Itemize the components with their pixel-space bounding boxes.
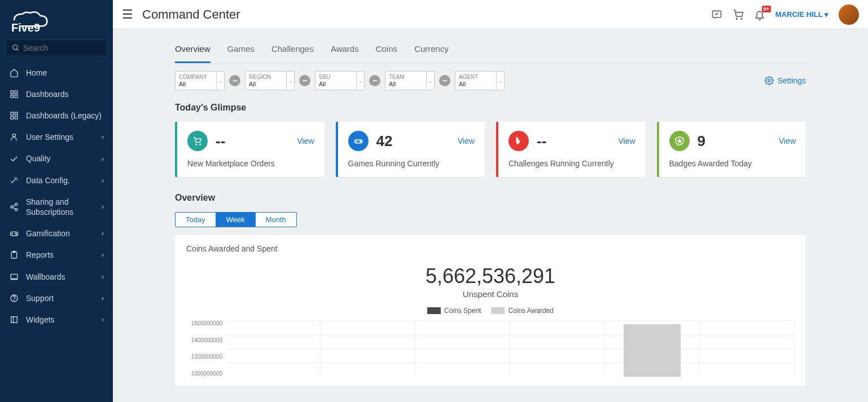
- brand-logo: Five9: [0, 0, 113, 39]
- cart-icon[interactable]: [733, 9, 744, 20]
- sidebar-item-user-settings[interactable]: User Settings ›: [0, 126, 113, 148]
- svg-point-35: [200, 144, 201, 145]
- sidebar: Five9 Home Dashboards Dashboards (Legacy…: [0, 0, 113, 402]
- sidebar-item-widgets[interactable]: Widgets ›: [0, 309, 113, 330]
- sidebar-item-quality[interactable]: Quality ›: [0, 148, 113, 169]
- chevron-right-icon: ›: [102, 316, 104, 324]
- period-today[interactable]: Today: [176, 213, 216, 227]
- chart-area: 1600000000 1400000000 1200000000 1000000…: [186, 320, 795, 377]
- svg-rect-24: [11, 274, 17, 279]
- svg-line-2: [17, 48, 19, 50]
- period-week[interactable]: Week: [216, 213, 256, 227]
- sidebar-item-dashboards-legacy[interactable]: Dashboards (Legacy): [0, 105, 113, 126]
- card-value: --: [216, 132, 289, 150]
- view-link[interactable]: View: [458, 136, 475, 145]
- settings-link[interactable]: Settings: [765, 76, 806, 85]
- sidebar-item-reports[interactable]: Reports ›: [0, 244, 113, 266]
- sidebar-item-sharing[interactable]: Sharing and Subscriptions ›: [0, 191, 113, 223]
- chevron-right-icon: ›: [102, 229, 104, 237]
- svg-rect-8: [15, 112, 17, 115]
- chevron-down-icon: ⌄: [426, 72, 434, 90]
- glimpse-cards: -- View New Marketplace Orders 42 View G…: [175, 122, 806, 177]
- remove-filter-icon[interactable]: −: [439, 75, 450, 86]
- chevron-right-icon: ›: [102, 133, 104, 141]
- feedback-icon[interactable]: [711, 9, 722, 20]
- gamepad-icon: [9, 228, 19, 238]
- tab-awards[interactable]: Awards: [331, 44, 359, 63]
- card-label: Games Running Currently: [348, 159, 475, 168]
- chevron-right-icon: ›: [102, 203, 104, 211]
- chevron-right-icon: ›: [102, 251, 104, 259]
- tab-games[interactable]: Games: [227, 44, 255, 63]
- svg-point-1: [13, 45, 17, 49]
- home-icon: [9, 68, 19, 78]
- sidebar-item-home[interactable]: Home: [0, 62, 113, 83]
- period-month[interactable]: Month: [256, 213, 296, 227]
- sidebar-item-data-config[interactable]: Data Config. ›: [0, 170, 113, 191]
- tab-overview[interactable]: Overview: [175, 44, 211, 63]
- sidebar-item-wallboards[interactable]: Wallboards ›: [0, 266, 113, 288]
- nav: Home Dashboards Dashboards (Legacy) User…: [0, 62, 113, 402]
- wand-icon: [9, 175, 19, 185]
- svg-rect-7: [11, 112, 14, 115]
- search-input[interactable]: [6, 39, 107, 56]
- cart-icon: [187, 131, 208, 151]
- sidebar-item-label: Reports: [26, 250, 95, 260]
- tab-currency[interactable]: Currency: [414, 44, 449, 63]
- sidebar-item-label: Dashboards (Legacy): [26, 111, 104, 121]
- period-toggle: Today Week Month: [175, 212, 297, 227]
- unspent-coins-label: Unspent Coins: [186, 289, 795, 299]
- chevron-down-icon: ⌄: [356, 72, 364, 90]
- svg-point-33: [768, 79, 770, 82]
- sidebar-item-gamification[interactable]: Gamification ›: [0, 223, 113, 244]
- card-label: Challenges Running Currently: [508, 159, 635, 168]
- overview-title: Overview: [175, 193, 806, 203]
- tab-coins[interactable]: Coins: [376, 44, 397, 63]
- filter-company[interactable]: COMPANYAll⌄: [175, 71, 225, 90]
- svg-point-14: [15, 209, 17, 211]
- sidebar-item-label: Dashboards: [26, 89, 104, 99]
- card-label: Badges Awarded Today: [669, 159, 796, 168]
- chevron-down-icon: ⌄: [286, 72, 294, 90]
- chevron-right-icon: ›: [102, 294, 104, 302]
- svg-rect-3: [11, 91, 14, 94]
- chart-legend: Coins Spent Coins Awarded: [186, 307, 795, 315]
- avatar[interactable]: [839, 5, 859, 25]
- share-icon: [9, 202, 19, 212]
- remove-filter-icon[interactable]: −: [299, 75, 310, 86]
- arm-icon: [508, 131, 529, 151]
- card-challenges-running: -- View Challenges Running Currently: [496, 122, 646, 177]
- card-label: New Marketplace Orders: [187, 159, 314, 168]
- svg-point-40: [360, 142, 361, 143]
- user-menu[interactable]: MARCIE HILL ▾: [775, 10, 828, 19]
- hamburger-icon[interactable]: ☰: [122, 7, 133, 22]
- svg-text:Five9: Five9: [11, 21, 40, 33]
- remove-filter-icon[interactable]: −: [369, 75, 380, 86]
- sidebar-item-dashboards[interactable]: Dashboards: [0, 83, 113, 105]
- badge-icon: [669, 131, 690, 151]
- help-icon: [9, 293, 19, 303]
- gear-icon: [765, 76, 774, 85]
- view-link[interactable]: View: [779, 136, 796, 145]
- filter-agent[interactable]: AGENTAll⌄: [455, 71, 505, 90]
- search-field[interactable]: [23, 43, 101, 52]
- panel-icon: [9, 315, 19, 325]
- filter-region[interactable]: REGIONAll⌄: [245, 71, 295, 90]
- remove-filter-icon[interactable]: −: [229, 75, 240, 86]
- view-link[interactable]: View: [618, 136, 635, 145]
- sidebar-item-label: User Settings: [26, 132, 95, 142]
- filter-team[interactable]: TEAMAll⌄: [385, 71, 435, 90]
- chevron-right-icon: ›: [102, 155, 104, 163]
- caret-down-icon: ▾: [825, 10, 828, 19]
- tab-challenges[interactable]: Challenges: [271, 44, 314, 63]
- bell-icon[interactable]: 9+: [754, 9, 765, 20]
- card-marketplace-orders: -- View New Marketplace Orders: [175, 122, 325, 177]
- svg-point-34: [196, 144, 197, 145]
- sidebar-item-support[interactable]: Support ›: [0, 288, 113, 309]
- sidebar-item-label: Home: [26, 68, 104, 78]
- settings-label: Settings: [777, 76, 806, 85]
- svg-point-32: [741, 18, 742, 19]
- filter-sbu[interactable]: SBUAll⌄: [315, 71, 365, 90]
- chevron-down-icon: ⌄: [216, 72, 224, 90]
- view-link[interactable]: View: [297, 136, 314, 145]
